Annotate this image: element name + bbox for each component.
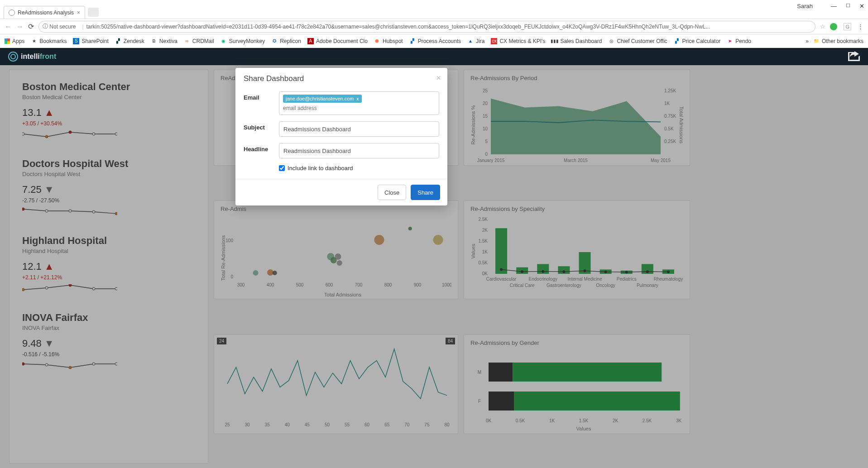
surveymonkey-icon: ◉: [221, 38, 227, 44]
bookmark-item[interactable]: ★Bookmarks: [31, 38, 67, 44]
logo-mark-icon: [8, 52, 18, 62]
bookmark-item[interactable]: ∞CRDMail: [184, 38, 214, 44]
security-badge: ⓘ Not secure: [43, 23, 76, 30]
chrome-menu-icon[interactable]: ⋮: [858, 23, 863, 30]
headline-label: Headline: [244, 143, 279, 153]
extension-icon[interactable]: G: [844, 23, 851, 30]
share-dashboard-modal: Share Dashboard × Email jane.doe@christi…: [235, 68, 447, 205]
bar-chart-icon: ▮▮▮: [551, 38, 558, 44]
window-close-icon[interactable]: ✕: [859, 3, 864, 10]
bookmark-star-icon[interactable]: ☆: [820, 23, 825, 30]
cx-icon: cx: [491, 38, 497, 44]
bookmark-item[interactable]: cxCX Metrics & KPI's: [491, 38, 545, 44]
app-logo[interactable]: intellifront: [8, 52, 56, 62]
apps-grid-icon: [5, 38, 10, 44]
email-input[interactable]: [283, 105, 337, 111]
bookmark-item[interactable]: ▮▮▮Sales Dashboard: [551, 38, 602, 44]
calculator-icon: ▞: [674, 38, 680, 44]
reload-icon[interactable]: ⟳: [28, 22, 34, 31]
bookmarks-overflow-icon[interactable]: »: [806, 38, 809, 44]
crdmail-icon: ∞: [184, 38, 190, 44]
bookmark-item[interactable]: ▞Process Accounts: [409, 38, 461, 44]
browser-tab-strip: ReAdmissions Analysis ×: [0, 5, 868, 19]
subject-label: Subject: [244, 121, 279, 131]
email-label: Email: [244, 91, 279, 101]
jira-icon: ▲: [467, 38, 474, 44]
bookmark-item[interactable]: ✪Replicon: [271, 38, 301, 44]
bookmark-item[interactable]: ◉SurveyMonkey: [221, 38, 265, 44]
tab-favicon-icon: [9, 10, 15, 16]
new-tab-button[interactable]: [88, 8, 99, 17]
address-bar[interactable]: ⓘ Not secure | tarkin:50255/native-dashb…: [38, 21, 815, 33]
tab-close-icon[interactable]: ×: [77, 10, 80, 16]
window-maximize-icon[interactable]: ☐: [846, 3, 850, 10]
sharepoint-icon: S: [73, 38, 79, 44]
page-icon: 🗎: [151, 38, 157, 44]
zendesk-icon: ▞: [115, 38, 121, 44]
pendo-icon: ➤: [727, 38, 733, 44]
browser-toolbar: ← → ⟳ ⓘ Not secure | tarkin:50255/native…: [0, 19, 868, 34]
bookmark-item[interactable]: SSharePoint: [73, 38, 108, 44]
back-icon[interactable]: ←: [5, 23, 12, 31]
bookmark-item[interactable]: 🗎Nextiva: [151, 38, 177, 44]
app-header: intellifront: [0, 48, 868, 65]
windows-user: Sarah: [797, 3, 813, 10]
replicon-icon: ✪: [271, 38, 278, 44]
modal-close-icon[interactable]: ×: [436, 73, 441, 83]
share-button[interactable]: Share: [411, 185, 440, 200]
extension-icon[interactable]: [830, 23, 837, 30]
apps-button[interactable]: Apps: [5, 38, 24, 44]
folder-icon: 📁: [813, 38, 820, 44]
modal-title: Share Dashboard: [244, 74, 304, 83]
other-bookmarks[interactable]: 📁Other bookmarks: [813, 38, 863, 44]
email-tags-input[interactable]: jane.doe@christiansteven.comx: [279, 91, 439, 115]
customer-icon: ◎: [608, 38, 614, 44]
bookmark-item[interactable]: ⬢Hubspot: [374, 38, 403, 44]
adobe-icon: A: [307, 38, 314, 44]
forward-icon[interactable]: →: [16, 23, 24, 31]
include-link-label: Include link to dashboard: [288, 165, 353, 172]
tab-title: ReAdmissions Analysis: [18, 10, 74, 16]
close-button[interactable]: Close: [378, 185, 406, 200]
star-icon: ★: [31, 38, 37, 44]
include-link-checkbox[interactable]: [279, 165, 285, 171]
bookmark-item[interactable]: ▞Price Calculator: [674, 38, 721, 44]
bookmark-item[interactable]: ➤Pendo: [727, 38, 751, 44]
bookmark-item[interactable]: ▞Zendesk: [115, 38, 144, 44]
process-icon: ▞: [409, 38, 416, 44]
bookmarks-bar: Apps ★Bookmarks SSharePoint ▞Zendesk 🗎Ne…: [0, 34, 868, 48]
share-export-icon[interactable]: [848, 51, 860, 62]
remove-tag-icon[interactable]: x: [357, 96, 359, 101]
email-tag[interactable]: jane.doe@christiansteven.comx: [283, 95, 362, 103]
bookmark-item[interactable]: AAdobe Document Clo: [307, 38, 368, 44]
bookmark-item[interactable]: ▲Jira: [467, 38, 484, 44]
hubspot-icon: ⬢: [374, 38, 380, 44]
url-text: tarkin:50255/native-dashboard-viewer?das…: [86, 24, 710, 30]
browser-tab[interactable]: ReAdmissions Analysis ×: [4, 6, 85, 19]
window-minimize-icon[interactable]: —: [831, 3, 837, 10]
headline-input[interactable]: [279, 143, 439, 158]
subject-input[interactable]: [279, 121, 439, 137]
bookmark-item[interactable]: ◎Chief Customer Offic: [608, 38, 667, 44]
